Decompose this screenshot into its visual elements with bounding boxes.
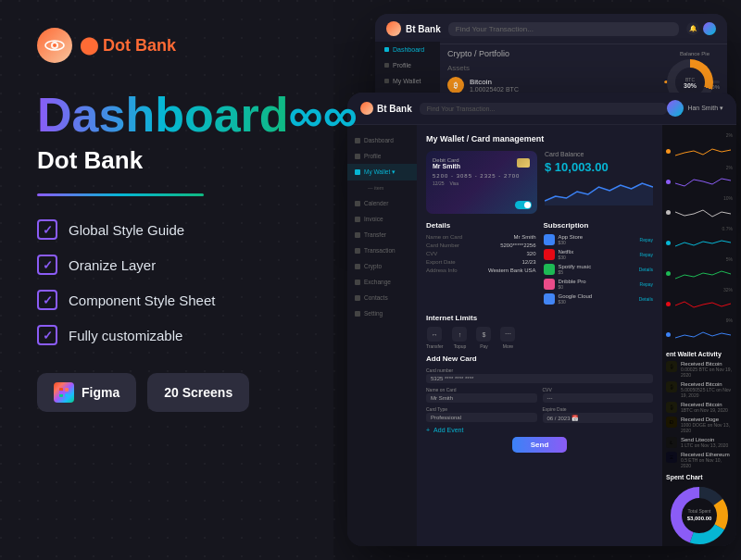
tools-row: Figma 20 Screens <box>37 373 306 412</box>
wa-item: Ł Send Litecoin 1 LTC on Nov 13, 2020 <box>666 437 733 448</box>
sub-info: Netflix $30 <box>559 249 636 260</box>
spend-chart-title: Spent Chart <box>666 474 733 480</box>
figma-badge[interactable]: Figma <box>37 373 136 412</box>
dm-body: Dashboard Profile My Wallet ▾ — item Cal… <box>347 125 736 546</box>
wa-info: Received Bitcoin 5.00050525 LTC on Nov 1… <box>681 381 733 398</box>
nav-item-wallet: My Wallet <box>375 73 440 89</box>
card-number-field: Card number 5325 **** **** **** <box>426 367 653 383</box>
check-icon <box>37 219 57 240</box>
btc-chart <box>673 142 733 160</box>
stat-label: 32% <box>666 287 733 292</box>
sub-repay[interactable]: Repay <box>640 252 653 257</box>
purple-dot <box>666 180 671 184</box>
dashboard-main: Bt Bank Find Your Transaction... Han Smi… <box>347 93 736 546</box>
wallet-activity-title: ent Wallet Activity <box>666 351 733 357</box>
sub-details[interactable]: Details <box>639 267 653 272</box>
sidebar-item-invoice[interactable]: Invoice <box>347 211 417 227</box>
list-item: Fully customizable <box>37 325 306 345</box>
int-topup[interactable]: ↑ Topup <box>452 327 467 349</box>
form-row: Card Type Professional Expire Date 06 / … <box>426 406 653 423</box>
sidebar-item-exchange[interactable]: Exchange <box>347 274 417 290</box>
eth-activity-icon: Ξ <box>666 452 677 463</box>
sidebar-item-transaction[interactable]: Transaction <box>347 243 417 258</box>
add-event-button[interactable]: +Add Event <box>426 427 653 433</box>
svg-text:$3,000.00: $3,000.00 <box>687 516 712 521</box>
blue-chart <box>673 325 733 343</box>
detail-row: Export Date 12/23 <box>426 259 536 265</box>
figma-icon <box>54 382 74 403</box>
sidebar-item-setting[interactable]: Setting <box>347 305 417 321</box>
spotify-icon <box>544 264 555 275</box>
sidebar-item-contacts[interactable]: Contacts <box>347 290 417 305</box>
green-dot <box>666 271 671 276</box>
dm-avatar <box>667 100 684 117</box>
sidebar-sub-item[interactable]: — item <box>360 180 417 195</box>
sub-repay[interactable]: Repay <box>640 281 653 287</box>
more-icon: ⋯ <box>500 327 515 342</box>
detail-row: CVV 320 <box>426 251 536 256</box>
sub-info: Dribble Pro $0 <box>559 279 636 290</box>
btc-activity-icon: ₿ <box>666 361 677 372</box>
stat-label: 0.7% <box>666 226 733 231</box>
dm-search[interactable]: Find Your Transaction... <box>420 103 668 115</box>
sidebar-item-wallet[interactable]: My Wallet ▾ <box>347 164 417 180</box>
svg-text:Total Spent: Total Spent <box>687 508 711 514</box>
wa-item: Ξ Received Ethereum 0.5 ETH on Nov 10, 2… <box>666 452 733 468</box>
card-toggle[interactable] <box>515 201 532 209</box>
dm-user: Han Smith ▾ <box>667 100 723 117</box>
stat-label: 2% <box>666 165 733 170</box>
nav-item-profile: Profile <box>375 57 440 73</box>
headline-text: Dashboard <box>37 88 289 142</box>
card-balance: Card Balance $ 10,003.00 <box>545 151 653 214</box>
sub-repay[interactable]: Repay <box>640 237 653 243</box>
blue-dot <box>666 332 671 337</box>
cvv-input[interactable]: --- <box>543 393 654 403</box>
list-item: Oranize Layer <box>37 255 306 275</box>
sub-details[interactable]: Details <box>639 296 653 302</box>
expire-date-field: Expire Date 06 / 2023 📅 <box>543 406 654 423</box>
card-number-input[interactable]: 5325 **** **** **** <box>426 374 653 383</box>
wallet-activity-section: ent Wallet Activity ₿ Received Bitcoin 0… <box>666 351 733 468</box>
cyan-chart <box>673 233 733 252</box>
details-subscription-row: Details Name on Card Mr Smith Card Numbe… <box>426 221 653 308</box>
wa-info: Received Ethereum 0.5 ETH on Nov 10, 202… <box>681 452 733 468</box>
sub-item: Dribble Pro $0 Repay <box>544 279 654 290</box>
feature-list: Global Style Guide Oranize Layer Compone… <box>37 219 306 345</box>
name-on-card-input[interactable]: Mr Smith <box>426 393 537 403</box>
red-dot <box>666 302 671 306</box>
red-chart <box>673 294 733 313</box>
purple-chart <box>673 172 733 191</box>
db-logo-small: Bt Bank <box>386 21 441 36</box>
wa-info: Received Doge 1000 DOGE on Nov 13, 2020 <box>681 417 733 433</box>
expire-date-input[interactable]: 06 / 2023 📅 <box>543 413 654 423</box>
user-avatar-sm <box>703 22 716 35</box>
form-row: Card number 5325 **** **** **** <box>426 367 653 383</box>
sub-headline: Dot Bank <box>37 146 306 175</box>
internet-section: Internet Limits ↔ Transfer ↑ Topup $ Pay <box>426 314 653 349</box>
int-more[interactable]: ⋯ More <box>500 327 515 349</box>
stat-cyan <box>666 233 733 252</box>
sidebar-item-transfer[interactable]: Transfer <box>347 227 417 243</box>
stat-label: 10% <box>666 195 733 201</box>
stat-purple <box>666 172 733 191</box>
db-logo-text: Bt Bank <box>406 24 441 34</box>
send-button[interactable]: Send <box>512 437 568 453</box>
wa-item: ₿ Received Bitcoin 5.00050525 LTC on Nov… <box>666 381 733 398</box>
sub-item: App Store $30 Repay <box>544 234 654 245</box>
svg-rect-4 <box>65 388 69 392</box>
sidebar-item-dashboard[interactable]: Dashboard <box>347 132 417 148</box>
dm-main-content: My Wallet / Card management Debit Card M… <box>417 125 662 546</box>
sidebar-item-profile[interactable]: Profile <box>347 148 417 164</box>
pay-icon: $ <box>476 327 491 342</box>
sidebar-item-calendar[interactable]: Calender <box>347 195 417 211</box>
screens-label: 20 Screens <box>164 385 232 400</box>
internet-title: Internet Limits <box>426 314 653 322</box>
detail-row: Card Number 5200*****2256 <box>426 243 536 248</box>
card-type-input[interactable]: Professional <box>426 413 537 422</box>
sidebar-item-crypto[interactable]: Crypto <box>347 258 417 274</box>
db-search-bar: Find Your Transaction... <box>448 22 679 36</box>
int-transfer[interactable]: ↔ Transfer <box>426 327 443 349</box>
wa-info: Received Bitcoin 0.00025 BTC on Nov 19, … <box>681 361 733 378</box>
stat-label: 5% <box>666 256 733 262</box>
int-pay[interactable]: $ Pay <box>476 327 491 349</box>
